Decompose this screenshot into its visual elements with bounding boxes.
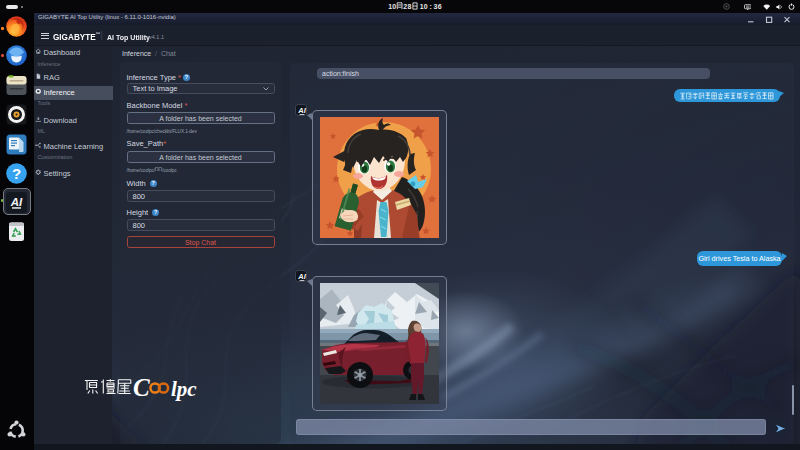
svg-text:AI: AI — [10, 195, 23, 207]
svg-text:AI: AI — [297, 272, 306, 281]
svg-text:AI: AI — [297, 106, 306, 115]
svg-text:lpc: lpc — [171, 376, 197, 400]
svg-text:?: ? — [12, 164, 21, 181]
svg-text:C: C — [133, 373, 150, 400]
